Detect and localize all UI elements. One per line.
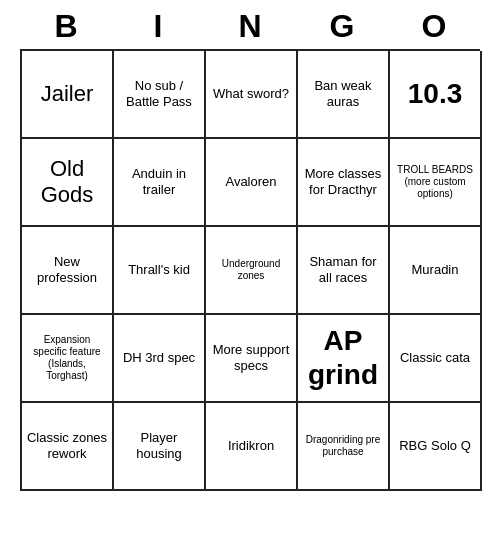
cell-r3-c0[interactable]: Expansion specific feature (Islands, Tor… xyxy=(22,315,114,403)
cell-r2-c4[interactable]: Muradin xyxy=(390,227,482,315)
cell-r2-c3[interactable]: Shaman for all races xyxy=(298,227,390,315)
cell-r2-c0[interactable]: New profession xyxy=(22,227,114,315)
cell-r1-c0[interactable]: Old Gods xyxy=(22,139,114,227)
cell-r3-c2[interactable]: More support specs xyxy=(206,315,298,403)
cell-r4-c3[interactable]: Dragonriding pre purchase xyxy=(298,403,390,491)
cell-r1-c3[interactable]: More classes for Dracthyr xyxy=(298,139,390,227)
cell-r0-c2[interactable]: What sword? xyxy=(206,51,298,139)
cell-r1-c1[interactable]: Anduin in trailer xyxy=(114,139,206,227)
cell-r2-c1[interactable]: Thrall's kid xyxy=(114,227,206,315)
cell-r3-c3[interactable]: AP grind xyxy=(298,315,390,403)
cell-r3-c1[interactable]: DH 3rd spec xyxy=(114,315,206,403)
cell-r4-c1[interactable]: Player housing xyxy=(114,403,206,491)
cell-r1-c4[interactable]: TROLL BEARDS (more custom options) xyxy=(390,139,482,227)
cell-r0-c3[interactable]: Ban weak auras xyxy=(298,51,390,139)
cell-r0-c1[interactable]: No sub / Battle Pass xyxy=(114,51,206,139)
letter-g: G xyxy=(319,8,365,45)
cell-r2-c2[interactable]: Underground zones xyxy=(206,227,298,315)
letter-i: I xyxy=(135,8,181,45)
cell-r4-c4[interactable]: RBG Solo Q xyxy=(390,403,482,491)
cell-r3-c4[interactable]: Classic cata xyxy=(390,315,482,403)
cell-r4-c2[interactable]: Iridikron xyxy=(206,403,298,491)
cell-r0-c4[interactable]: 10.3 xyxy=(390,51,482,139)
bingo-title: B I N G O xyxy=(20,0,480,49)
cell-r4-c0[interactable]: Classic zones rework xyxy=(22,403,114,491)
cell-r0-c0[interactable]: Jailer xyxy=(22,51,114,139)
cell-r1-c2[interactable]: Avaloren xyxy=(206,139,298,227)
letter-n: N xyxy=(227,8,273,45)
bingo-grid: JailerNo sub / Battle PassWhat sword?Ban… xyxy=(20,49,480,491)
letter-o: O xyxy=(411,8,457,45)
letter-b: B xyxy=(43,8,89,45)
